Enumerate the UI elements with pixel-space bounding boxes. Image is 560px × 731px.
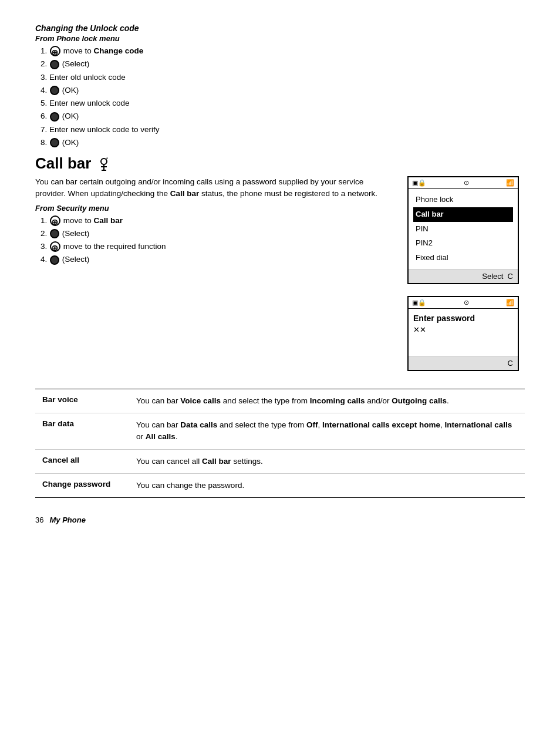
select-icon-4	[50, 86, 59, 95]
callbar-step-3: ⊕ move to the required function	[49, 241, 396, 252]
step-8: (OK)	[49, 137, 525, 149]
menu-pin2: PIN2	[413, 236, 513, 251]
from-menu: From Phone lock menu	[35, 34, 525, 43]
main-content: You can bar certain outgoing and/or inco…	[35, 176, 525, 371]
select-icon-8	[50, 138, 59, 147]
clock-icon: ⊙	[464, 179, 469, 187]
screen-select-label: Select	[482, 272, 503, 281]
callbar-from-menu: From Security menu	[35, 204, 396, 213]
select-icon-2	[50, 60, 59, 69]
screen-c-label: C	[508, 272, 513, 281]
step-2: (Select)	[49, 58, 525, 70]
screen-c-label-2: C	[508, 359, 513, 368]
screen-body-1: Phone lock Call bar PIN PIN2 Fixed dial	[409, 189, 518, 269]
change-password-label: Change password	[35, 473, 129, 497]
page-footer: 36 My Phone	[35, 516, 525, 524]
phone-screen-1: ▣🔒 ⊙ 📶 Phone lock Call bar PIN PIN2 Fixe…	[407, 176, 519, 284]
step-6: (OK)	[49, 110, 525, 122]
screen-footer-1: Select C	[409, 269, 518, 283]
cancel-all-desc: You can cancel all Call bar settings.	[129, 449, 525, 473]
nav-icon-1: ⊕	[50, 46, 60, 56]
screen-statusbar-2: ▣🔒 ⊙ 📶	[409, 297, 518, 309]
screen-statusbar-1: ▣🔒 ⊙ 📶	[409, 177, 518, 189]
bar-data-desc: You can bar Data calls and select the ty…	[129, 413, 525, 450]
table-row-bar-data: Bar data You can bar Data calls and sele…	[35, 413, 525, 450]
bottom-table: Bar voice You can bar Voice calls and se…	[35, 389, 525, 498]
menu-call-bar: Call bar	[413, 207, 513, 222]
right-column: ▣🔒 ⊙ 📶 Phone lock Call bar PIN PIN2 Fixe…	[407, 176, 525, 371]
callbar-heading: Call bar *	[35, 154, 525, 173]
table-row-cancel-all: Cancel all You can cancel all Call bar s…	[35, 449, 525, 473]
step-4: (OK)	[49, 85, 525, 96]
table-row-change-password: Change password You can change the passw…	[35, 473, 525, 497]
select-icon-cb4	[50, 255, 59, 265]
change-password-desc: You can change the password.	[129, 473, 525, 497]
cancel-all-label: Cancel all	[35, 449, 129, 473]
changing-unlock-section: Changing the Unlock code From Phone lock…	[35, 23, 525, 149]
signal-icon-2: 📶	[506, 299, 514, 306]
sim-icon: ▣🔒	[412, 179, 426, 187]
screen-body-2: Enter password ✕✕	[409, 309, 518, 356]
bar-voice-desc: You can bar Voice calls and select the t…	[129, 389, 525, 413]
callbar-section: Call bar * You can bar certain outgoing …	[35, 154, 525, 371]
clock-icon-2: ⊙	[464, 299, 469, 306]
table-row-bar-voice: Bar voice You can bar Voice calls and se…	[35, 389, 525, 413]
screen-footer-2: C	[409, 356, 518, 370]
callbar-step-1: ⊕ move to Call bar	[49, 215, 396, 227]
callbar-title: Call bar	[35, 154, 91, 173]
bar-data-label: Bar data	[35, 413, 129, 450]
left-column: You can bar certain outgoing and/or inco…	[35, 176, 396, 371]
menu-pin: PIN	[413, 222, 513, 237]
callbar-step-2: (Select)	[49, 228, 396, 240]
menu-phone-lock: Phone lock	[413, 193, 513, 207]
bar-voice-label: Bar voice	[35, 389, 129, 413]
unlock-steps: ⊕ move to Change code (Select) Enter old…	[49, 45, 525, 149]
callbar-steps: ⊕ move to Call bar (Select) ⊕ move to th…	[49, 215, 396, 266]
step-1: ⊕ move to Change code	[49, 45, 525, 57]
signal-icon: 📶	[506, 179, 514, 187]
step-3: Enter old unlock code	[49, 72, 525, 83]
enter-password-label: Enter password	[413, 314, 513, 323]
page-number: 36	[35, 516, 43, 524]
nav-icon-cb3: ⊕	[50, 241, 60, 252]
page: Changing the Unlock code From Phone lock…	[35, 23, 525, 524]
callbar-step-4: (Select)	[49, 254, 396, 265]
svg-text:*: *	[106, 157, 108, 161]
select-icon-cb2	[50, 229, 59, 238]
callbar-icon: *	[96, 156, 112, 172]
select-icon-6	[50, 112, 59, 122]
step-5: Enter new unlock code	[49, 97, 525, 109]
menu-fixed-dial: Fixed dial	[413, 251, 513, 265]
page-label: My Phone	[49, 516, 85, 524]
step-7: Enter new unlock code to verify	[49, 124, 525, 136]
password-dots: ✕✕	[413, 325, 513, 334]
callbar-description: You can bar certain outgoing and/or inco…	[35, 176, 396, 200]
nav-icon-cb1: ⊕	[50, 215, 60, 226]
phone-screen-2: ▣🔒 ⊙ 📶 Enter password ✕✕ C	[407, 296, 519, 371]
section-title: Changing the Unlock code	[35, 23, 525, 33]
sim-icon-2: ▣🔒	[412, 299, 426, 306]
